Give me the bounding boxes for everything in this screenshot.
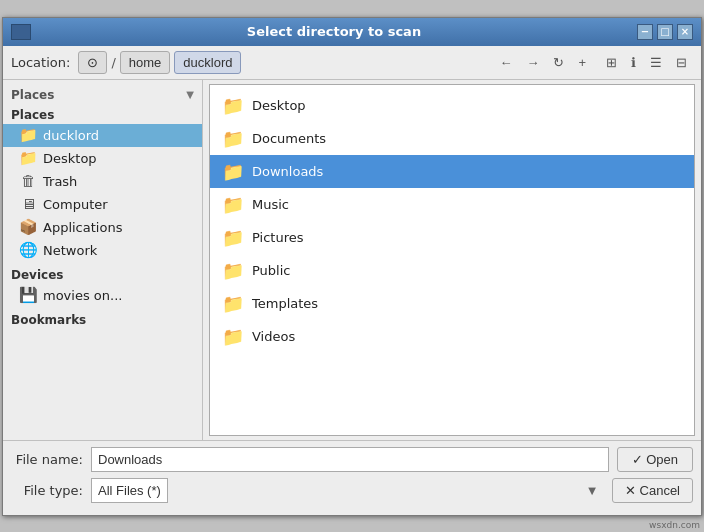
sidebar-places-group: Places 📁 ducklord 📁 Desktop 🗑 Trash 🖥 Co… (3, 104, 202, 264)
icon-view-button[interactable]: ⊟ (670, 51, 693, 74)
sidebar-item-applications[interactable]: 📦 Applications (3, 216, 202, 239)
list-view-button[interactable]: ☰ (644, 51, 668, 74)
file-item-documents-label: Documents (252, 131, 326, 146)
file-item-public-label: Public (252, 263, 290, 278)
file-folder-icon-desktop: 📁 (222, 95, 244, 116)
sidebar-item-desktop-label: Desktop (43, 151, 97, 166)
filename-label: File name: (11, 452, 83, 467)
titlebar-app-icon (11, 24, 31, 40)
path-separator-1: / (111, 55, 115, 70)
info-button[interactable]: ℹ (625, 51, 642, 74)
filetype-select[interactable]: All Files (*) (91, 478, 168, 503)
filetype-row: File type: All Files (*) ✕ Cancel (11, 478, 693, 503)
file-folder-icon-pictures: 📁 (222, 227, 244, 248)
file-folder-icon-music: 📁 (222, 194, 244, 215)
sidebar-item-network-label: Network (43, 243, 97, 258)
bottom-bar: File name: ✓ Open File type: All Files (… (3, 440, 701, 515)
location-label: Location: (11, 55, 70, 70)
grid-view-button[interactable]: ⊞ (600, 51, 623, 74)
file-folder-icon-templates: 📁 (222, 293, 244, 314)
location-ducklord-btn[interactable]: ducklord (174, 51, 241, 74)
dialog-title: Select directory to scan (31, 24, 637, 39)
file-item-public[interactable]: 📁 Public (210, 254, 694, 287)
location-root-btn[interactable]: ⊙ (78, 51, 107, 74)
trash-icon: 🗑 (19, 174, 37, 188)
file-list: 📁 Desktop 📁 Documents 📁 Downloads 📁 Musi… (209, 84, 695, 436)
sidebar-item-movies-label: movies on... (43, 288, 122, 303)
file-folder-icon-public: 📁 (222, 260, 244, 281)
sidebar-item-movies[interactable]: 💾 movies on... (3, 284, 202, 307)
sidebar-item-desktop[interactable]: 📁 Desktop (3, 147, 202, 170)
sidebar-chevron: ▼ (186, 89, 194, 100)
file-item-desktop[interactable]: 📁 Desktop (210, 89, 694, 122)
cancel-button[interactable]: ✕ Cancel (612, 478, 693, 503)
file-item-videos[interactable]: 📁 Videos (210, 320, 694, 353)
file-folder-icon-documents: 📁 (222, 128, 244, 149)
nav-toolbar: ← → ↻ + (493, 51, 592, 74)
sidebar-bookmarks-title: Bookmarks (3, 311, 202, 329)
applications-icon: 📦 (19, 220, 37, 234)
minimize-button[interactable]: − (637, 24, 653, 40)
sidebar-item-trash-label: Trash (43, 174, 77, 189)
sidebar-item-ducklord[interactable]: 📁 ducklord (3, 124, 202, 147)
sidebar-item-computer[interactable]: 🖥 Computer (3, 193, 202, 216)
file-item-music-label: Music (252, 197, 289, 212)
maximize-button[interactable]: □ (657, 24, 673, 40)
file-item-desktop-label: Desktop (252, 98, 306, 113)
close-button[interactable]: × (677, 24, 693, 40)
file-item-music[interactable]: 📁 Music (210, 188, 694, 221)
ducklord-folder-icon: 📁 (19, 128, 37, 142)
sidebar-item-computer-label: Computer (43, 197, 108, 212)
file-item-downloads-label: Downloads (252, 164, 323, 179)
sidebar-item-trash[interactable]: 🗑 Trash (3, 170, 202, 193)
file-item-templates[interactable]: 📁 Templates (210, 287, 694, 320)
file-item-pictures-label: Pictures (252, 230, 303, 245)
sidebar-devices-title: Devices (3, 266, 202, 284)
filename-input[interactable] (91, 447, 609, 472)
sidebar-bookmarks-group: Bookmarks (3, 309, 202, 331)
sidebar-item-applications-label: Applications (43, 220, 122, 235)
file-item-templates-label: Templates (252, 296, 318, 311)
open-button[interactable]: ✓ Open (617, 447, 693, 472)
desktop-folder-icon: 📁 (19, 151, 37, 165)
file-item-documents[interactable]: 📁 Documents (210, 122, 694, 155)
file-item-videos-label: Videos (252, 329, 295, 344)
dialog-window: Select directory to scan − □ × Location:… (2, 17, 702, 516)
movies-icon: 💾 (19, 288, 37, 302)
refresh-button[interactable]: ↻ (547, 51, 570, 74)
sidebar-item-ducklord-label: ducklord (43, 128, 99, 143)
file-item-pictures[interactable]: 📁 Pictures (210, 221, 694, 254)
back-button[interactable]: ← (493, 51, 518, 74)
file-folder-icon-videos: 📁 (222, 326, 244, 347)
file-folder-icon-downloads: 📁 (222, 161, 244, 182)
computer-icon: 🖥 (19, 197, 37, 211)
titlebar: Select directory to scan − □ × (3, 18, 701, 46)
network-icon: 🌐 (19, 243, 37, 257)
sidebar: Places ▼ Places 📁 ducklord 📁 Desktop 🗑 T… (3, 80, 203, 440)
location-home-btn[interactable]: home (120, 51, 171, 74)
sidebar-devices-group: Devices 💾 movies on... (3, 264, 202, 309)
location-bar: Location: ⊙ / home ducklord ← → ↻ + ⊞ ℹ … (3, 46, 701, 80)
file-item-downloads[interactable]: 📁 Downloads (210, 155, 694, 188)
filetype-select-wrapper: All Files (*) (91, 478, 604, 503)
sidebar-section-places-header: Places ▼ (3, 84, 202, 104)
filename-row: File name: ✓ Open (11, 447, 693, 472)
main-content: Places ▼ Places 📁 ducklord 📁 Desktop 🗑 T… (3, 80, 701, 440)
sidebar-item-network[interactable]: 🌐 Network (3, 239, 202, 262)
view-toolbar: ⊞ ℹ ☰ ⊟ (600, 51, 693, 74)
forward-button[interactable]: → (520, 51, 545, 74)
filetype-label: File type: (11, 483, 83, 498)
watermark: wsxdn.com (649, 520, 700, 530)
new-folder-button[interactable]: + (572, 51, 592, 74)
window-controls: − □ × (637, 24, 693, 40)
sidebar-places-title: Places (3, 106, 202, 124)
